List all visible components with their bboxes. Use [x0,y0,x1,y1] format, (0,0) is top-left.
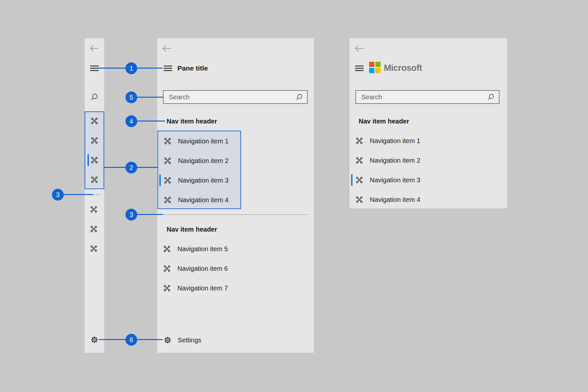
canvas: Pane title Nav item header Navigation it… [0,0,588,392]
search-input[interactable] [361,93,487,101]
placeholder-icon [164,177,171,184]
compact-nav-pane [85,38,104,353]
placeholder-icon [91,117,98,124]
nav-item-navigation-item-4[interactable]: Navigation item 4 [158,190,240,210]
rail-nav-item-1[interactable] [91,117,98,124]
callout-badge-1: 1 [125,62,137,74]
placeholder-icon [356,137,363,144]
nav-item-label: Navigation item 6 [177,265,228,272]
nav-item-navigation-item-3[interactable]: Navigation item 3 [158,171,240,190]
annotation-highlight-box-items: Navigation item 1 Navigation item 2 Navi… [157,131,241,209]
rail-nav-item-5[interactable] [90,206,97,213]
placeholder-icon [90,245,97,252]
nav-item-navigation-item-2[interactable]: Navigation item 2 [350,151,507,170]
nav-item-navigation-item-1[interactable]: Navigation item 1 [350,131,507,151]
nav-item-label: Navigation item 2 [370,157,420,164]
placeholder-icon [356,176,363,184]
nav-item-navigation-item-5[interactable]: Navigation item 5 [157,239,314,259]
pane-separator [163,214,307,215]
placeholder-icon [164,138,171,145]
ms-logo-square-green [375,62,381,67]
selection-indicator [88,154,89,166]
ms-logo-square-blue [369,68,374,73]
settings-button[interactable] [90,336,98,344]
nav-item-header: Nav item header [167,225,217,234]
selection-indicator [159,174,161,186]
search-button[interactable] [90,93,99,101]
nav-item-label: Navigation item 2 [178,157,229,165]
rail-nav-item-2[interactable] [91,137,98,144]
nav-item-label: Navigation item 1 [178,138,229,145]
nav-item-navigation-item-7[interactable]: Navigation item 7 [157,278,314,298]
callout-badge-3-left: 3 [52,189,64,201]
expanded-nav-pane: Pane title Nav item header Navigation it… [157,38,314,353]
callout-badge-2: 2 [125,162,137,173]
hamburger-icon [355,65,364,71]
nav-item-label: Navigation item 1 [370,137,420,145]
placeholder-icon [164,157,171,164]
nav-item-label: Navigation item 3 [178,177,229,184]
hamburger-icon [90,65,99,71]
back-arrow-icon [354,44,365,52]
gear-icon [164,336,172,344]
menu-button[interactable] [163,65,172,71]
annotation-highlight-box-rail [85,111,104,189]
nav-item-label: Navigation item 7 [177,285,228,292]
nav-item-navigation-item-3[interactable]: Navigation item 3 [350,170,507,190]
nav-item-navigation-item-4[interactable]: Navigation item 4 [350,190,507,209]
example-nav-pane: Microsoft Nav item header Navigation ite… [350,38,507,208]
microsoft-wordmark: Microsoft [384,63,422,73]
callout-badge-6: 6 [125,334,137,346]
search-input[interactable] [169,93,295,101]
callout-badge-4: 4 [125,115,137,127]
rail-nav-item-3[interactable] [91,156,98,164]
nav-item-navigation-item-1[interactable]: Navigation item 1 [158,131,240,151]
back-arrow-icon [89,44,100,52]
placeholder-icon [163,265,171,272]
nav-item-header: Nav item header [359,117,409,125]
rail-nav-item-7[interactable] [90,245,97,252]
magnifier-icon [295,93,303,101]
back-button[interactable] [162,44,172,52]
search-box[interactable] [355,90,499,104]
ms-logo-square-yellow [375,68,381,73]
magnifier-icon [90,93,99,101]
menu-button[interactable] [90,65,99,71]
callout-badge-3-middle: 3 [125,209,137,220]
back-button[interactable] [354,44,365,52]
nav-item-label: Navigation item 4 [178,196,229,204]
settings-label: Settings [178,336,201,344]
nav-item-label: Navigation item 5 [177,245,228,253]
placeholder-icon [164,196,171,204]
placeholder-icon [91,176,98,183]
settings-button[interactable]: Settings [157,330,314,350]
placeholder-icon [356,157,363,164]
nav-item-header: Nav item header [167,117,217,125]
placeholder-icon [90,225,97,233]
placeholder-icon [356,196,363,203]
placeholder-icon [163,285,171,292]
nav-item-label: Navigation item 4 [370,196,420,204]
back-button[interactable] [89,44,100,52]
nav-item-navigation-item-2[interactable]: Navigation item 2 [158,151,240,171]
rail-nav-item-4[interactable] [91,176,98,183]
ms-logo-square-red [369,62,374,67]
selection-indicator [351,174,352,186]
magnifier-icon [487,93,495,101]
nav-item-label: Navigation item 3 [370,176,420,184]
microsoft-logo [369,62,381,73]
placeholder-icon [163,245,171,253]
hamburger-icon [163,65,172,71]
search-box[interactable] [163,90,308,104]
back-arrow-icon [162,44,172,52]
placeholder-icon [90,206,97,213]
menu-button[interactable] [355,65,364,71]
pane-title: Pane title [177,64,208,73]
callout-badge-5: 5 [125,91,137,103]
placeholder-icon [91,156,98,164]
rail-nav-item-6[interactable] [90,225,97,233]
gear-icon [90,336,98,344]
placeholder-icon [91,137,98,144]
nav-item-navigation-item-6[interactable]: Navigation item 6 [157,259,314,278]
